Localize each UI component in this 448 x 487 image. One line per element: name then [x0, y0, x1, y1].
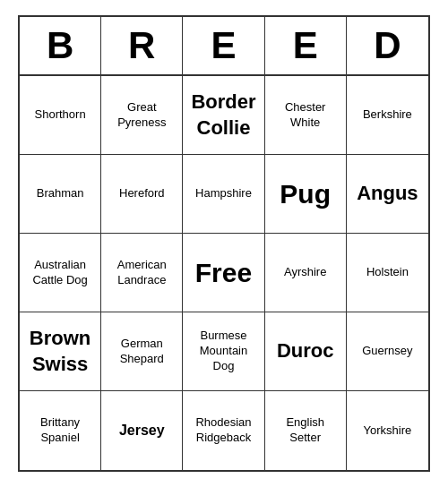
cell-label: Shorthorn	[35, 107, 86, 123]
bingo-cell: Chester White	[265, 76, 347, 155]
bingo-cell: Brittany Spaniel	[20, 391, 101, 470]
cell-label: Brittany Spaniel	[25, 415, 95, 446]
bingo-cell: Holstein	[347, 234, 428, 312]
cell-label: German Shepard	[107, 337, 177, 367]
cell-label: English Setter	[271, 415, 340, 446]
cell-label: Hampshire	[195, 186, 252, 201]
bingo-cell: Brahman	[20, 155, 101, 234]
bingo-cell: English Setter	[265, 391, 347, 470]
cell-label: Angus	[357, 181, 418, 207]
bingo-cell: American Landrace	[101, 234, 183, 312]
header-letter: B	[20, 17, 101, 74]
bingo-card: BREED ShorthornGreat PyrenessBorder Coll…	[18, 15, 430, 472]
bingo-cell: Berkshire	[347, 76, 428, 155]
bingo-cell: Burmese Mountain Dog	[183, 312, 264, 391]
cell-label: Chester White	[271, 100, 340, 131]
cell-label: Yorkshire	[364, 423, 412, 439]
cell-label: Jersey	[119, 422, 165, 440]
header-letter: D	[347, 17, 428, 74]
bingo-grid: ShorthornGreat PyrenessBorder CollieChes…	[20, 76, 428, 470]
bingo-cell: Jersey	[101, 391, 183, 470]
bingo-cell: Shorthorn	[20, 76, 101, 155]
bingo-cell: Angus	[347, 155, 428, 234]
header-letter: E	[183, 17, 264, 74]
cell-label: Guernsey	[362, 344, 412, 359]
bingo-cell: German Shepard	[101, 312, 183, 391]
header-letter: E	[265, 17, 347, 74]
bingo-cell: Duroc	[265, 312, 347, 391]
cell-label: Rhodesian Ridgeback	[188, 415, 258, 446]
bingo-cell: Guernsey	[347, 312, 428, 391]
bingo-cell: Great Pyreness	[101, 76, 183, 155]
cell-label: Pug	[280, 176, 331, 211]
bingo-cell: Rhodesian Ridgeback	[183, 391, 264, 470]
bingo-cell: Hereford	[101, 155, 183, 234]
cell-label: Great Pyreness	[107, 100, 177, 131]
cell-label: Berkshire	[363, 107, 412, 123]
bingo-cell: Yorkshire	[347, 391, 428, 470]
cell-label: Brown Swiss	[25, 326, 95, 377]
cell-label: Ayrshire	[284, 265, 326, 280]
cell-label: Burmese Mountain Dog	[188, 329, 258, 374]
bingo-cell: Border Collie	[183, 76, 264, 155]
bingo-cell: Pug	[265, 155, 347, 234]
cell-label: Australian Cattle Dog	[25, 258, 95, 288]
header-letter: R	[101, 17, 183, 74]
cell-label: Brahman	[37, 186, 84, 201]
cell-label: Hereford	[119, 186, 165, 201]
cell-label: Free	[195, 255, 252, 290]
cell-label: Holstein	[366, 265, 409, 280]
bingo-cell: Australian Cattle Dog	[20, 234, 101, 312]
cell-label: Border Collie	[188, 90, 258, 141]
bingo-cell: Free	[183, 234, 264, 312]
cell-label: American Landrace	[107, 258, 177, 288]
bingo-cell: Hampshire	[183, 155, 264, 234]
bingo-header: BREED	[20, 17, 428, 76]
bingo-cell: Ayrshire	[265, 234, 347, 312]
bingo-cell: Brown Swiss	[20, 312, 101, 391]
cell-label: Duroc	[277, 338, 334, 364]
